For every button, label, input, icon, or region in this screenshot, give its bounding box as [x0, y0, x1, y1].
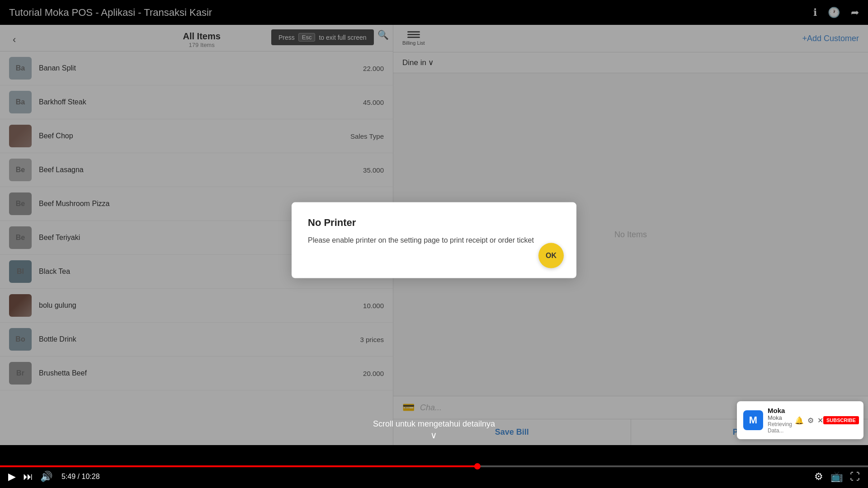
youtube-bottom-bar: Scroll untuk mengetahui detailnya ∨ ▶ ⏭ … [0, 445, 868, 488]
moka-status: Retrieving Data... [768, 421, 792, 434]
modal-body: Please enable printer on the setting pag… [308, 235, 560, 246]
no-printer-modal: No Printer Please enable printer on the … [292, 202, 576, 278]
moka-channel-name: Moka [768, 414, 792, 421]
cast-icon[interactable]: 📺 [830, 471, 843, 483]
close-notification-icon[interactable]: ✕ [817, 416, 823, 425]
volume-button[interactable]: 🔊 [40, 471, 52, 483]
playback-time: 5:49 / 10:28 [61, 473, 100, 481]
play-button[interactable]: ▶ [8, 471, 16, 483]
progress-dot [474, 463, 481, 469]
moka-logo-letter: M [749, 414, 757, 426]
settings-small-icon[interactable]: ⚙ [807, 416, 814, 425]
progress-fill [0, 465, 477, 467]
moka-notification: M Moka Moka Retrieving Data... 🔔 ⚙ ✕ SUB… [737, 401, 863, 439]
moka-action-icons: 🔔 ⚙ ✕ [795, 416, 823, 425]
current-time: 5:49 [61, 473, 75, 480]
moka-logo: M [743, 410, 763, 430]
moka-info: Moka Moka Retrieving Data... [768, 407, 792, 434]
subtitle-text: Scroll untuk mengetahui detailnya [373, 419, 495, 428]
youtube-controls: ▶ ⏭ 🔊 5:49 / 10:28 ⚙ 📺 ⛶ [0, 471, 868, 488]
settings-icon[interactable]: ⚙ [814, 471, 823, 483]
bell-icon[interactable]: 🔔 [795, 416, 804, 425]
total-time: 10:28 [81, 473, 99, 480]
modal-title: No Printer [308, 217, 560, 229]
skip-button[interactable]: ⏭ [23, 471, 33, 483]
progress-bar[interactable] [0, 465, 868, 467]
modal-ok-button[interactable]: OK [538, 243, 564, 268]
subscribe-badge[interactable]: SUBSCRIBE [823, 416, 859, 424]
youtube-subtitle-bar: Scroll untuk mengetahui detailnya ∨ [373, 419, 495, 441]
moka-app-name: Moka [768, 407, 792, 414]
fullscreen-icon[interactable]: ⛶ [850, 471, 860, 483]
subtitle-arrow: ∨ [373, 430, 495, 441]
